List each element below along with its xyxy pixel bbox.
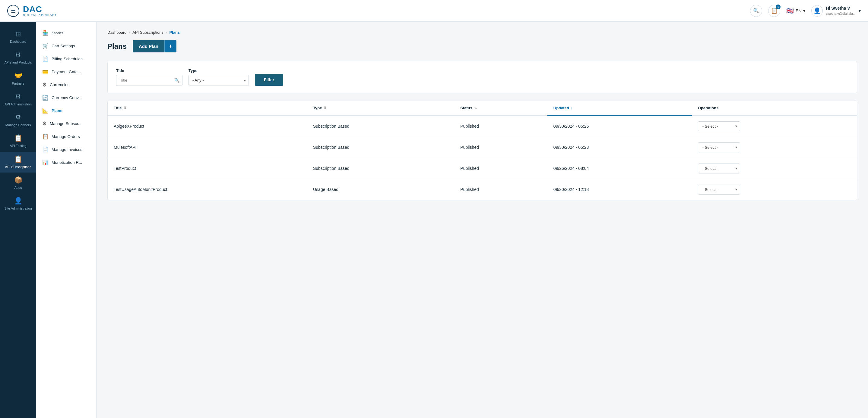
api-testing-icon: 📋	[14, 134, 22, 142]
sidebar-wide-item-stores[interactable]: 🏪 Stores	[36, 27, 96, 39]
language-selector[interactable]: 🇬🇧 EN ▾	[786, 7, 805, 14]
filter-type-field: Type - Any - Subscription Based Usage Ba…	[188, 68, 249, 86]
sidebar-item-manage-partners[interactable]: ⚙ Manage Partners	[0, 110, 36, 131]
cell-operations: - Select -EditDeleteClone ▾	[692, 116, 857, 137]
sort-icon-type: ⇅	[323, 106, 326, 110]
manage-partners-icon: ⚙	[15, 113, 21, 121]
col-updated[interactable]: Updated ↑	[548, 101, 692, 116]
add-plan-label: Add Plan	[133, 41, 164, 52]
filter-button[interactable]: Filter	[255, 74, 283, 86]
user-menu[interactable]: 👤 Hi Swetha V swetha.v@digitala... ▾	[811, 5, 861, 16]
table-row: TestProduct Subscription Based Published…	[108, 158, 857, 179]
sidebar-wide-item-label: Cart Settings	[52, 44, 75, 48]
ops-select[interactable]: - Select -EditDeleteClone	[698, 164, 740, 173]
sidebar-wide-item-label: Currency Conv...	[52, 96, 82, 100]
breadcrumb: Dashboard › API Subscriptions › Plans	[107, 30, 857, 35]
monetization-icon: 📊	[42, 159, 49, 166]
sidebar-wide: 🏪 Stores 🛒 Cart Settings 📄 Billing Sched…	[36, 22, 96, 418]
sidebar-item-api-subscriptions[interactable]: 📋 API Subscriptions	[0, 152, 36, 173]
main-layout: ⊞ Dashboard ⚙ APIs and Products 🤝 Partne…	[0, 22, 868, 418]
billing-icon: 📄	[42, 56, 49, 62]
sidebar-item-api-admin[interactable]: ⚙ API Administration	[0, 89, 36, 110]
menu-toggle-button[interactable]: ☰	[7, 5, 19, 17]
ops-select[interactable]: - Select -EditDeleteClone	[698, 121, 740, 131]
col-operations: Operations	[692, 101, 857, 116]
type-select[interactable]: - Any - Subscription Based Usage Based	[188, 75, 249, 86]
sidebar-item-dashboard[interactable]: ⊞ Dashboard	[0, 27, 36, 47]
apis-icon: ⚙	[15, 51, 21, 59]
sidebar-wide-item-manage-invoices[interactable]: 📄 Manage Invoices	[36, 143, 96, 156]
col-type[interactable]: Type ⇅	[307, 101, 454, 116]
cell-type: Subscription Based	[307, 158, 454, 179]
sidebar-wide-item-label: Manage Invoices	[52, 147, 82, 152]
manage-orders-icon: 📋	[42, 133, 49, 140]
top-header: ☰ DAC DIGITAL APICRAFT 🔍 📋 1 🇬🇧 EN ▾ 👤 H…	[0, 0, 868, 22]
breadcrumb-current: Plans	[169, 30, 180, 35]
sidebar-wide-item-label: Billing Schedules	[52, 57, 83, 61]
manage-subscr-icon: ⚙	[42, 120, 47, 127]
col-status[interactable]: Status ⇅	[454, 101, 548, 116]
sort-icon-title: ⇅	[124, 106, 126, 110]
title-input[interactable]	[116, 75, 183, 86]
sidebar-item-label: Dashboard	[10, 39, 26, 44]
page-title: Plans	[107, 42, 127, 50]
sidebar-wide-item-currencies[interactable]: ⚙ Currencies	[36, 78, 96, 91]
table-header-row: Title ⇅ Type ⇅ Status	[108, 101, 857, 116]
sidebar-wide-item-payment-gate[interactable]: 💳 Payment Gate...	[36, 65, 96, 78]
cell-status: Published	[454, 179, 548, 200]
notifications-badge: 1	[776, 4, 780, 9]
user-email: swetha.v@digitala...	[826, 11, 856, 16]
cell-updated: 09/26/2024 - 08:04	[548, 158, 692, 179]
notifications-button[interactable]: 📋 1	[768, 5, 780, 17]
filter-select-wrap: - Any - Subscription Based Usage Based ▾	[188, 75, 249, 86]
sidebar-item-label: APIs and Products	[4, 60, 32, 64]
currency-conv-icon: 🔄	[42, 95, 49, 101]
add-plan-plus-icon: +	[164, 40, 177, 53]
col-title-label: Title	[114, 106, 122, 110]
logo: DAC DIGITAL APICRAFT	[23, 5, 57, 16]
sidebar-wide-item-monetization-r[interactable]: 📊 Monetization R...	[36, 156, 96, 169]
sidebar-item-label: API Testing	[10, 144, 26, 148]
cell-status: Published	[454, 116, 548, 137]
search-input-icon: 🔍	[174, 78, 180, 83]
api-subscriptions-icon: 📋	[14, 155, 22, 163]
sidebar-wide-item-currency-conv[interactable]: 🔄 Currency Conv...	[36, 91, 96, 104]
cell-operations: - Select -EditDeleteClone ▾	[692, 137, 857, 158]
breadcrumb-dashboard[interactable]: Dashboard	[107, 30, 127, 35]
sidebar-wide-item-billing-schedules[interactable]: 📄 Billing Schedules	[36, 53, 96, 65]
cell-title: MulesoftAPI	[108, 137, 307, 158]
logo-sub: DIGITAL APICRAFT	[23, 13, 57, 16]
ops-select[interactable]: - Select -EditDeleteClone	[698, 142, 740, 152]
breadcrumb-api-subscriptions[interactable]: API Subscriptions	[132, 30, 163, 35]
dashboard-icon: ⊞	[16, 30, 21, 38]
sidebar-wide-item-plans[interactable]: 📐 Plans	[36, 104, 96, 117]
apps-icon: 📦	[14, 176, 22, 184]
search-button[interactable]: 🔍	[750, 5, 762, 17]
sidebar-wide-item-cart-settings[interactable]: 🛒 Cart Settings	[36, 39, 96, 53]
col-title[interactable]: Title ⇅	[108, 101, 307, 116]
sidebar-item-api-testing[interactable]: 📋 API Testing	[0, 131, 36, 151]
partners-icon: 🤝	[14, 72, 22, 80]
sidebar-item-apps[interactable]: 📦 Apps	[0, 173, 36, 193]
user-chevron-icon: ▾	[859, 8, 861, 13]
sidebar-wide-item-manage-subscr[interactable]: ⚙ Manage Subscr...	[36, 117, 96, 130]
cell-operations: - Select -EditDeleteClone ▾	[692, 179, 857, 200]
add-plan-button[interactable]: Add Plan +	[133, 40, 177, 53]
sidebar-wide-item-label: Stores	[52, 31, 63, 35]
sidebar-item-label: API Subscriptions	[5, 165, 31, 169]
ops-select-wrap: - Select -EditDeleteClone ▾	[698, 121, 740, 131]
sidebar-wide-item-label: Manage Subscr...	[50, 121, 82, 126]
lang-chevron-icon: ▾	[803, 8, 805, 13]
api-admin-icon: ⚙	[15, 93, 21, 101]
ops-select-wrap: - Select -EditDeleteClone ▾	[698, 142, 740, 152]
sidebar-item-partners[interactable]: 🤝 Partners	[0, 68, 36, 89]
cell-updated: 09/30/2024 - 05:23	[548, 137, 692, 158]
sidebar-item-site-admin[interactable]: 👤 Site Administration	[0, 193, 36, 214]
cell-title: TestUsageAutoMonitProduct	[108, 179, 307, 200]
ops-select[interactable]: - Select -EditDeleteClone	[698, 185, 740, 195]
sort-icon-updated: ↑	[571, 106, 573, 110]
manage-invoices-icon: 📄	[42, 146, 49, 153]
sidebar-wide-item-manage-orders[interactable]: 📋 Manage Orders	[36, 130, 96, 143]
cell-status: Published	[454, 137, 548, 158]
sidebar-item-apis-products[interactable]: ⚙ APIs and Products	[0, 47, 36, 68]
